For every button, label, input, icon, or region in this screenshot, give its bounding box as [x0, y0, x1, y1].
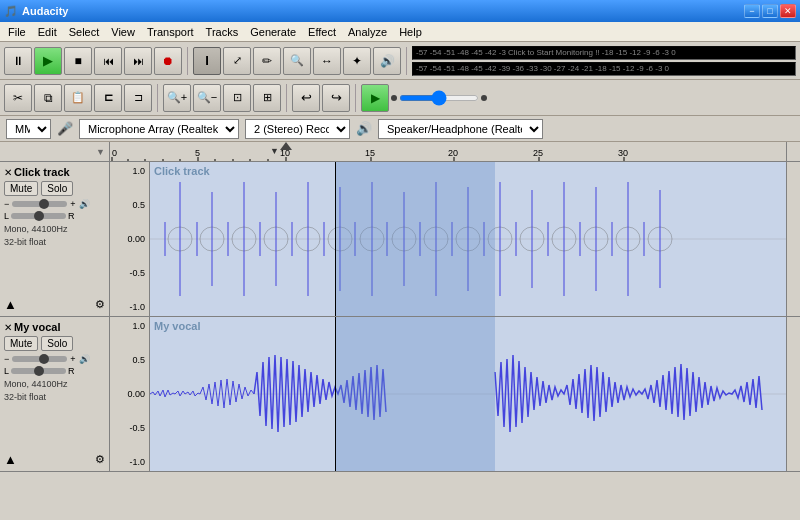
transport-toolbar: ⏸ ▶ ■ ⏮ ⏭ ⏺ I ⤢ ✏ 🔍 ↔ ✦ 🔊 -57 -54 -51 -4…: [0, 42, 800, 80]
zoom-out-button[interactable]: 🔍−: [193, 84, 221, 112]
minimize-button[interactable]: −: [744, 4, 760, 18]
speaker-icon: 🔊: [356, 121, 372, 136]
app-icon: 🎵: [4, 5, 18, 18]
play-at-speed-button[interactable]: ▶: [361, 84, 389, 112]
vocal-y-label-n05: -0.5: [112, 423, 147, 433]
timeshift-tool-button[interactable]: ↔: [313, 47, 341, 75]
menu-generate[interactable]: Generate: [244, 22, 302, 42]
menu-tracks[interactable]: Tracks: [200, 22, 245, 42]
record-button[interactable]: ⏺: [154, 47, 182, 75]
cut-button[interactable]: ✂: [4, 84, 32, 112]
click-track-label: Click track: [154, 165, 210, 177]
vu-output-scale: -57 -54 -51 -48 -45 -42 -39 -36 -33 -30 …: [416, 64, 669, 73]
skip-end-button[interactable]: ⏭: [124, 47, 152, 75]
my-vocal-menu-icon[interactable]: ⚙: [95, 453, 105, 466]
input-channels-select[interactable]: 2 (Stereo) Reco: [245, 119, 350, 139]
stop-button[interactable]: ■: [64, 47, 92, 75]
trim-button[interactable]: ⊏: [94, 84, 122, 112]
svg-text:30: 30: [618, 148, 628, 158]
close-button[interactable]: ✕: [780, 4, 796, 18]
edit-toolbar: ✂ ⧉ 📋 ⊏ ⊐ 🔍+ 🔍− ⊡ ⊞ ↩ ↪ ▶: [0, 80, 800, 116]
click-track-info: Mono, 44100Hz32-bit float: [4, 223, 105, 248]
maximize-button[interactable]: □: [762, 4, 778, 18]
zoom-tool-button[interactable]: 🔍: [283, 47, 311, 75]
click-track-pan-slider[interactable]: [11, 213, 66, 219]
my-vocal-track: ✕ My vocal Mute Solo − + 🔊 L R Mono, 441…: [0, 317, 800, 472]
click-track-cursor: [335, 162, 336, 316]
menu-select[interactable]: Select: [63, 22, 106, 42]
ruler-scrollbar-area: [786, 142, 800, 161]
click-track-solo[interactable]: Solo: [41, 181, 73, 196]
my-vocal-waveform[interactable]: 1.0 0.5 0.00 -0.5 -1.0 My vocal: [110, 317, 786, 471]
undo-button[interactable]: ↩: [292, 84, 320, 112]
draw-tool-button[interactable]: ✏: [253, 47, 281, 75]
my-vocal-selection: [335, 317, 495, 471]
click-track-pan-r: R: [68, 211, 75, 221]
pause-button[interactable]: ⏸: [4, 47, 32, 75]
window-controls: − □ ✕: [744, 4, 796, 18]
play-button[interactable]: ▶: [34, 47, 62, 75]
paste-button[interactable]: 📋: [64, 84, 92, 112]
my-vocal-gain-minus: −: [4, 354, 9, 364]
mic-icon: 🎤: [57, 121, 73, 136]
y-label-n1: -1.0: [112, 302, 147, 312]
svg-text:5: 5: [195, 148, 200, 158]
click-track-gain-slider[interactable]: [12, 201, 67, 207]
speed-knob-right: [481, 95, 487, 101]
ruler-left-pad: ▼: [0, 142, 110, 161]
menu-edit[interactable]: Edit: [32, 22, 63, 42]
multi-tool-button[interactable]: ✦: [343, 47, 371, 75]
my-vocal-name: My vocal: [14, 321, 105, 333]
zoom-in-button[interactable]: 🔍+: [163, 84, 191, 112]
select-tool-button[interactable]: I: [193, 47, 221, 75]
menu-transport[interactable]: Transport: [141, 22, 200, 42]
menu-view[interactable]: View: [105, 22, 141, 42]
my-vocal-mute[interactable]: Mute: [4, 336, 38, 351]
copy-button[interactable]: ⧉: [34, 84, 62, 112]
app-title-text: Audacity: [22, 5, 68, 17]
svg-text:15: 15: [365, 148, 375, 158]
y-label-n05: -0.5: [112, 268, 147, 278]
input-device-select[interactable]: Microphone Array (Realtek: [79, 119, 239, 139]
my-vocal-solo[interactable]: Solo: [41, 336, 73, 351]
click-track-mute[interactable]: Mute: [4, 181, 38, 196]
titlebar: 🎵 Audacity − □ ✕: [0, 0, 800, 22]
y-label-0: 0.00: [112, 234, 147, 244]
svg-text:▼: ▼: [270, 146, 279, 156]
click-track-menu-icon[interactable]: ⚙: [95, 298, 105, 311]
play-speed-slider[interactable]: [399, 95, 479, 101]
menu-effect[interactable]: Effect: [302, 22, 342, 42]
my-vocal-expand-icon[interactable]: ▲: [4, 452, 17, 467]
click-track-waveform[interactable]: 1.0 0.5 0.00 -0.5 -1.0 Click track: [110, 162, 786, 316]
menubar: File Edit Select View Transport Tracks G…: [0, 22, 800, 42]
y-label-05: 0.5: [112, 200, 147, 210]
my-vocal-gain-speaker: 🔊: [79, 354, 90, 364]
separator-3: [157, 84, 158, 112]
my-vocal-pan-slider[interactable]: [11, 368, 66, 374]
menu-analyze[interactable]: Analyze: [342, 22, 393, 42]
output-device-select[interactable]: Speaker/Headphone (Realtek: [378, 119, 543, 139]
envelope-tool-button[interactable]: ⤢: [223, 47, 251, 75]
redo-button[interactable]: ↪: [322, 84, 350, 112]
my-vocal-scrollbar[interactable]: [786, 317, 800, 471]
separator-1: [187, 47, 188, 75]
silence-button[interactable]: ⊐: [124, 84, 152, 112]
speaker-tool-button[interactable]: 🔊: [373, 47, 401, 75]
click-track-selection: [335, 162, 495, 316]
fit-project-button[interactable]: ⊡: [223, 84, 251, 112]
click-track-expand-icon[interactable]: ▲: [4, 297, 17, 312]
click-track-scrollbar[interactable]: [786, 162, 800, 316]
my-vocal-close[interactable]: ✕: [4, 322, 12, 333]
skip-start-button[interactable]: ⏮: [94, 47, 122, 75]
menu-help[interactable]: Help: [393, 22, 428, 42]
my-vocal-gain-slider[interactable]: [12, 356, 67, 362]
menu-file[interactable]: File: [2, 22, 32, 42]
speed-knob-left: [391, 95, 397, 101]
click-track-close[interactable]: ✕: [4, 167, 12, 178]
my-vocal-gain-plus: +: [70, 354, 75, 364]
my-vocal-pan-r: R: [68, 366, 75, 376]
host-select[interactable]: MME: [6, 119, 51, 139]
vocal-y-label-1: 1.0: [112, 321, 147, 331]
zoom-selection-button[interactable]: ⊞: [253, 84, 281, 112]
click-track-gain-speaker: 🔊: [79, 199, 90, 209]
